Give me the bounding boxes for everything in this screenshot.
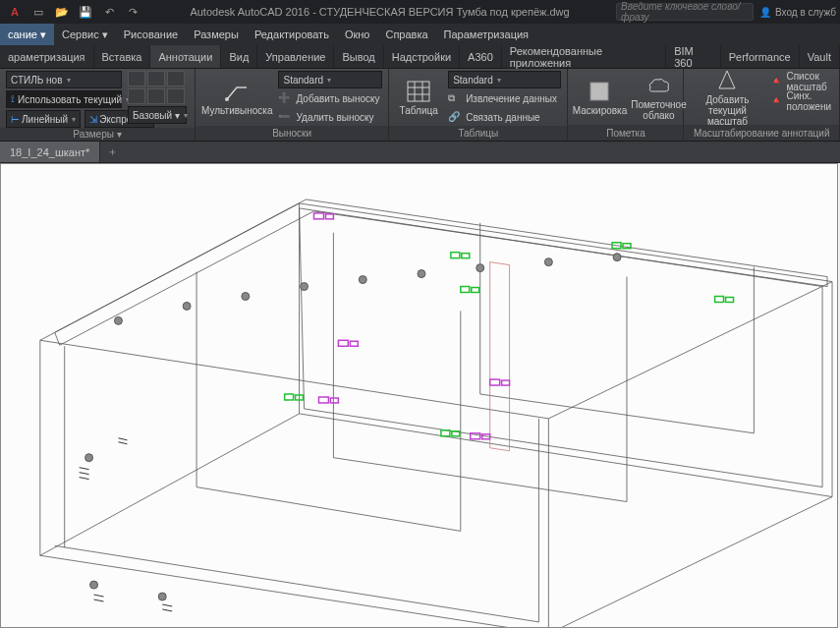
sync-icon: 🔺 [770,94,782,108]
svg-rect-31 [350,341,358,346]
ribbon-tab[interactable]: Performance [721,45,800,68]
dim-tool-icon[interactable] [167,71,185,86]
dim-tool-icon[interactable] [128,88,145,104]
svg-rect-1 [408,82,429,101]
svg-rect-44 [715,296,724,302]
table-style-select[interactable]: Standard [448,71,561,88]
svg-rect-32 [318,397,328,403]
linear-icon: ⊢ [11,114,20,125]
svg-rect-48 [441,430,450,436]
linear-button[interactable]: ⊢Линейный [6,110,81,128]
svg-rect-6 [590,83,608,100]
panel-label[interactable]: Размеры ▾ [0,128,195,141]
extract-icon: ⧉ [448,92,462,106]
svg-line-14 [118,438,127,440]
menu-item[interactable]: Справка [377,24,435,45]
dim-tool-icon[interactable] [147,88,165,104]
qat-save-icon[interactable]: 💾 [75,2,96,22]
user-icon: 👤 [759,7,771,18]
drawing-viewport[interactable] [0,163,838,628]
dim-style-select[interactable]: СТИЛЬ нов [6,71,122,88]
ribbon-tab[interactable]: араметризация [0,45,94,68]
svg-rect-43 [623,244,631,249]
menu-item[interactable]: Сервис ▾ [54,24,116,45]
dim-tool-icon[interactable] [147,71,165,86]
leader-style-select[interactable]: Standard [278,71,382,88]
title-bar: A ▭ 📂 💾 ↶ ↷ Autodesk AutoCAD 2016 - СТУД… [0,0,840,24]
ribbon-tab[interactable]: A360 [460,45,502,68]
svg-rect-33 [330,398,338,403]
svg-rect-46 [285,394,294,400]
svg-point-17 [183,302,191,310]
model-view[interactable] [1,164,837,627]
svg-line-12 [162,604,172,606]
ribbon-tab[interactable]: Надстройки [384,45,460,68]
scale-list-icon: 🔺 [770,75,782,88]
add-leader-icon: ➕ [278,92,292,106]
svg-point-24 [613,254,621,261]
svg-point-27 [158,593,166,600]
ribbon-tab-bar: араметризация Вставка Аннотации Вид Упра… [0,45,840,69]
new-doc-tab[interactable]: ＋ [100,142,124,162]
svg-line-7 [80,468,89,470]
svg-line-8 [80,473,89,475]
svg-rect-30 [338,340,348,346]
panel-label: Выноски [196,126,388,141]
panel-tables: Таблица Standard ⧉Извлечение данных 🔗Свя… [389,69,568,141]
menu-item[interactable]: Размеры [186,24,247,45]
wipeout-button[interactable]: Маскировка [574,71,625,124]
revcloud-button[interactable]: Пометочное облако [631,71,686,124]
link-data-button[interactable]: 🔗Связать данные [448,109,561,126]
svg-line-10 [94,595,104,597]
add-leader-button[interactable]: ➕Добавить выноску [278,90,382,107]
dim-icon: ⟟ [11,93,15,105]
svg-line-15 [118,442,127,444]
svg-rect-29 [325,214,333,219]
doc-tab[interactable]: 18_I_24_шкант* [0,142,100,162]
ribbon-tab[interactable]: Рекомендованные приложения [502,45,666,68]
table-button[interactable]: Таблица [395,71,442,124]
ribbon-tab[interactable]: Управление [257,45,334,68]
basic-button[interactable]: Базовый ▾ [128,106,187,124]
menu-item[interactable]: Параметризация [436,24,536,45]
menu-item[interactable]: Редактировать [247,24,337,45]
wipeout-icon [588,80,611,103]
sync-scale-button[interactable]: 🔺Синх. положени [770,92,833,109]
use-current-select[interactable]: ⟟Использовать текущий [6,90,122,108]
link-icon: 🔗 [448,111,462,125]
svg-rect-35 [502,380,510,385]
ribbon-tab[interactable]: Вывод [334,45,383,68]
add-scale-icon [715,69,739,92]
extract-data-button[interactable]: ⧉Извлечение данных [448,90,561,107]
qat-redo-icon[interactable]: ↷ [122,2,143,22]
panel-label: Пометка [568,125,683,141]
menu-item[interactable]: Рисование [116,24,186,45]
panel-leaders: Мультивыноска Standard ➕Добавить выноску… [196,69,389,141]
svg-line-11 [94,599,104,601]
dim-tool-icon[interactable] [167,88,185,104]
ribbon-tab[interactable]: BIM 360 [666,45,721,68]
scale-list-button[interactable]: 🔺Список масштаб [770,73,833,89]
svg-rect-34 [490,379,500,385]
panel-markup: Маскировка Пометочное облако Пометка [568,69,684,141]
cloud-icon [646,74,670,97]
svg-rect-38 [451,253,460,258]
add-scale-button[interactable]: Добавить текущий масштаб [690,71,764,124]
qat-open-icon[interactable]: 📂 [51,2,73,22]
mleader-button[interactable]: Мультивыноска [201,71,272,124]
app-menu-button[interactable]: A [4,2,26,22]
ribbon-tab-active[interactable]: Аннотации [150,45,221,68]
login-button[interactable]: 👤 Вход в служб [759,7,836,18]
qat-new-icon[interactable]: ▭ [28,2,49,22]
panel-sizes: СТИЛЬ нов ⟟Использовать текущий ⊢Линейны… [0,69,196,141]
ribbon-tab[interactable]: Vault [800,45,840,68]
table-icon [407,80,430,103]
qat-undo-icon[interactable]: ↶ [98,2,120,22]
dim-tool-icon[interactable] [128,71,145,86]
remove-leader-button[interactable]: ➖Удалить выноску [278,109,382,126]
menu-item[interactable]: Окно [337,24,378,45]
search-input[interactable]: Введите ключевое слово/фразу [616,3,754,21]
ribbon-tab[interactable]: Вид [221,45,257,68]
menu-item[interactable]: сание ▾ [0,24,54,45]
ribbon-tab[interactable]: Вставка [94,45,151,68]
